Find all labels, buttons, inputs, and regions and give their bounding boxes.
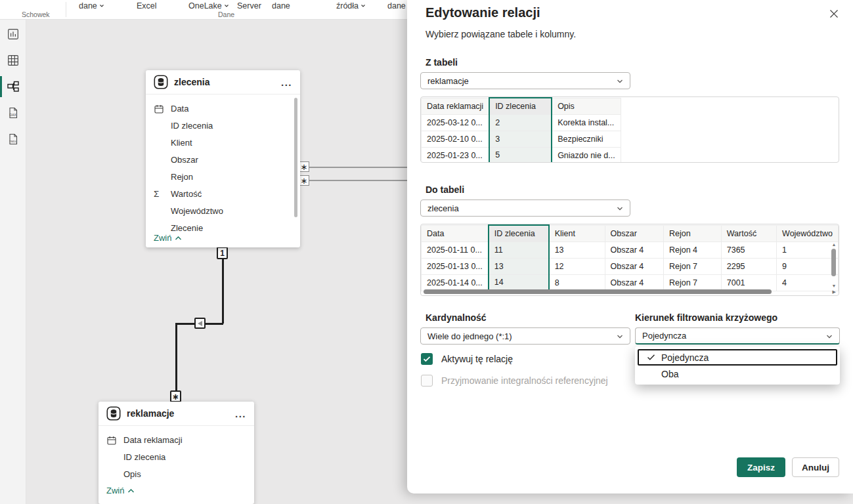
field-item[interactable]: Opis: [98, 466, 254, 483]
field-item[interactable]: Σ Wartość: [146, 186, 300, 203]
collapse-link[interactable]: Zwiń: [154, 233, 182, 243]
dax-query-view-icon[interactable]: DAX: [7, 106, 20, 119]
table-view-icon[interactable]: [7, 54, 20, 67]
scrollbar-thumb[interactable]: [424, 289, 772, 294]
field-item[interactable]: ID zlecenia: [146, 117, 300, 135]
field-item[interactable]: Data reklamacji: [98, 432, 254, 449]
card-scrollbar[interactable]: [294, 98, 297, 217]
table-card-header[interactable]: reklamacje ...: [98, 402, 254, 426]
referential-integrity-label: Przyjmowanie integralności referencyjnej: [441, 375, 608, 386]
cell[interactable]: 1: [777, 242, 839, 258]
table-card-reklamacje[interactable]: reklamacje ... Data reklamacji ID zlecen…: [98, 402, 254, 504]
relationship-many-badge[interactable]: ∗: [299, 175, 309, 186]
cell[interactable]: Korekta instal...: [552, 114, 621, 131]
column-header[interactable]: Data: [422, 225, 489, 242]
cell[interactable]: 9: [777, 258, 839, 274]
scroll-up-icon[interactable]: ▲: [831, 242, 837, 247]
column-header[interactable]: Data reklamacji: [422, 98, 490, 114]
cardinality-dropdown[interactable]: Wiele do jednego (*:1): [420, 327, 630, 345]
horizontal-scrollbar[interactable]: ▶: [424, 289, 828, 295]
collapse-link[interactable]: Zwiń: [106, 486, 135, 495]
report-view-icon[interactable]: [7, 28, 20, 41]
cell[interactable]: Rejon 4: [663, 242, 721, 258]
more-options-icon[interactable]: ...: [235, 408, 246, 419]
scroll-down-icon[interactable]: ▼: [831, 284, 837, 289]
ribbon-item-onelake[interactable]: OneLake: [188, 1, 229, 10]
close-icon[interactable]: [829, 9, 839, 21]
ribbon-item-label: źródła: [336, 1, 359, 10]
column-header[interactable]: Obszar: [605, 225, 663, 242]
relationship-line-selected[interactable]: [222, 248, 224, 324]
cell[interactable]: Gniazdo nie d...: [552, 147, 621, 163]
cell-selected[interactable]: 3: [489, 131, 552, 147]
field-item[interactable]: ID zlecenia: [98, 449, 254, 466]
ribbon-item-transform-data[interactable]: dane: [387, 1, 406, 10]
column-header[interactable]: Rejon: [663, 225, 721, 242]
cross-filter-dropdown[interactable]: Pojedyncza: [635, 327, 840, 345]
cell[interactable]: 2025-01-23 0...: [422, 147, 490, 163]
cell[interactable]: 2295: [721, 258, 776, 274]
ribbon-item-get-data[interactable]: dane: [79, 1, 104, 10]
relationship-direction-badge[interactable]: [194, 318, 206, 329]
ribbon-item-enter-data[interactable]: dane: [272, 1, 290, 10]
column-header-selected[interactable]: ID zlecenia: [489, 98, 552, 114]
cell[interactable]: 7365: [721, 242, 776, 258]
cell[interactable]: 12: [549, 258, 605, 274]
column-header-selected[interactable]: ID zlecenia: [489, 225, 549, 242]
model-view-icon[interactable]: [7, 80, 20, 93]
field-item[interactable]: Rejon: [146, 169, 300, 186]
relationship-many-badge[interactable]: ∗: [170, 390, 181, 402]
cell-selected[interactable]: 5: [489, 147, 552, 163]
column-header[interactable]: Klient: [549, 225, 605, 242]
cell[interactable]: 2025-01-13 0...: [422, 258, 489, 274]
cell[interactable]: Rejon 7: [663, 258, 721, 274]
save-button[interactable]: Zapisz: [737, 457, 785, 477]
scroll-right-icon[interactable]: ▶: [833, 289, 836, 295]
table-card-zlecenia[interactable]: zlecenia ... Data ID zlecenia Klient Obs…: [146, 70, 300, 247]
cell[interactable]: Bezpieczniki: [552, 131, 621, 147]
active-relationship-checkbox[interactable]: [421, 353, 433, 365]
table-card-header[interactable]: zlecenia ...: [146, 70, 300, 94]
cell-selected[interactable]: 11: [489, 242, 549, 258]
cell[interactable]: Obszar 4: [605, 258, 663, 274]
referential-integrity-checkbox[interactable]: [421, 375, 433, 387]
scrollbar-thumb[interactable]: [831, 249, 836, 276]
field-item[interactable]: Obszar: [146, 152, 300, 169]
many-label: ∗: [301, 176, 308, 186]
field-item[interactable]: Zlecenie: [146, 220, 300, 233]
more-options-icon[interactable]: ...: [281, 77, 292, 88]
many-label: ∗: [172, 392, 179, 402]
column-header[interactable]: Wartość: [721, 225, 776, 242]
cell-selected[interactable]: 13: [489, 258, 549, 274]
cell[interactable]: 2025-01-11 0...: [422, 242, 489, 258]
field-item[interactable]: Klient: [146, 135, 300, 152]
many-label: ∗: [301, 162, 308, 172]
field-item[interactable]: Województwo: [146, 203, 300, 220]
from-table-dropdown[interactable]: reklamacje: [420, 72, 630, 89]
tmdl-view-icon[interactable]: TMDL: [7, 133, 20, 146]
cell[interactable]: Obszar 4: [605, 242, 663, 258]
column-header[interactable]: Opis: [552, 98, 621, 114]
cell-selected[interactable]: 2: [489, 114, 552, 131]
relationship-many-badge[interactable]: ∗: [299, 161, 309, 172]
to-table-dropdown[interactable]: zlecenia: [420, 200, 630, 217]
vertical-scrollbar[interactable]: ▲ ▼: [831, 242, 837, 289]
ribbon-item-excel[interactable]: Excel: [137, 1, 157, 10]
ribbon-item-server[interactable]: Server: [237, 1, 261, 10]
column-header[interactable]: Województwo: [777, 225, 839, 242]
field-item[interactable]: Data: [146, 100, 300, 117]
cell[interactable]: 13: [549, 242, 605, 258]
cell[interactable]: 2025-03-12 0...: [422, 114, 490, 131]
ribbon-item-recent-sources[interactable]: źródła: [336, 1, 366, 10]
cardinality-value: Wiele do jednego (*:1): [427, 331, 512, 341]
table-icon: [154, 75, 168, 89]
relationship-one-badge[interactable]: 1: [217, 247, 228, 259]
relationship-line[interactable]: [300, 180, 407, 181]
relationship-line[interactable]: [300, 167, 407, 168]
menu-item-pojedyncza[interactable]: Pojedyncza: [638, 349, 837, 366]
menu-item-oba[interactable]: Oba: [638, 366, 837, 382]
cancel-button[interactable]: Anuluj: [792, 457, 839, 477]
one-label: 1: [220, 249, 225, 258]
cell[interactable]: 2025-02-10 0...: [422, 131, 490, 147]
active-relationship-label: Aktywuj tę relację: [441, 354, 513, 364]
